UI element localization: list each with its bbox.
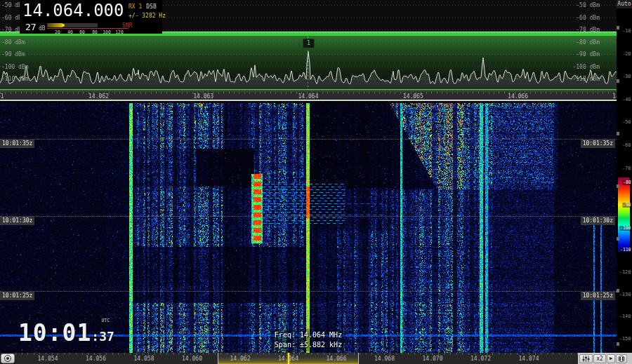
waterfall-display[interactable] xyxy=(0,103,617,353)
spectrum-freq-label: 14.065 xyxy=(403,93,423,100)
level-scale-tick: -90 xyxy=(622,203,631,208)
waterfall-panel: 10:01:35z10:01:35z10:01:30z10:01:30z10:0… xyxy=(0,103,617,353)
panel-edge-mark xyxy=(617,132,619,135)
db-label-right: -100 dBm xyxy=(572,64,600,70)
snr-meter-bar xyxy=(47,23,98,27)
vfo-panel: 14.064.000 RX 1DSB +/- 3282 Hz 27 dB 204… xyxy=(20,0,162,34)
level-tick: -30 xyxy=(622,74,631,79)
snr-meter-dot xyxy=(62,24,65,27)
fullband-freq-label: 14.062 xyxy=(230,356,251,362)
snr-meter-fill xyxy=(47,23,62,27)
fullband-freq-label: 14.072 xyxy=(470,356,491,362)
level-tick: -60 xyxy=(622,142,631,148)
info-span: Span: ±5.882 kHz xyxy=(275,341,342,349)
snr-meter-caption: SNR xyxy=(122,22,132,29)
timestamp-label-left: 10:01:30z xyxy=(0,217,34,225)
waterfall-color-scale[interactable] xyxy=(618,177,630,252)
snr-meter-scale-line xyxy=(47,28,129,29)
spectrum-freq-label: 14.063 xyxy=(193,93,213,100)
spectrum-freq-label: 14.061 xyxy=(0,93,4,100)
meter-scale-number: 20 xyxy=(55,29,60,34)
pause-icon xyxy=(618,356,625,362)
level-tick: -130 xyxy=(619,291,631,297)
auto-range-button[interactable]: Auto xyxy=(617,0,632,8)
sdr-application-window: -50 dBm-60 dBm-70 dBm-80 dBm-90 dBm-100 … xyxy=(0,0,632,364)
utc-clock: UTC 10:01:37 xyxy=(18,319,114,346)
timestamp-label-right: 10:01:30z xyxy=(581,217,615,225)
db-label-right: -90 dBm xyxy=(576,51,600,58)
record-icon xyxy=(4,355,11,362)
level-scale-tick: -110 xyxy=(619,248,631,252)
info-freq: Freq: 14.064 MHz xyxy=(275,331,342,339)
pause-button[interactable] xyxy=(616,354,627,363)
panel-edge-mark xyxy=(617,289,619,292)
mode-label[interactable]: DSB xyxy=(146,4,156,10)
fullband-freq-label: 14.056 xyxy=(86,356,106,362)
clock-seconds: :37 xyxy=(91,329,114,344)
timestamp-gridline xyxy=(0,291,617,292)
fullband-freq-label: 14.054 xyxy=(38,356,58,362)
passband-readout[interactable]: +/- 3282 Hz xyxy=(129,13,166,19)
waterfall-separator xyxy=(0,100,617,101)
snr-meter-value: 27 xyxy=(25,22,37,32)
timestamp-gridline xyxy=(0,216,617,217)
zoom-toolbar: x2 ▶ xyxy=(578,353,632,364)
snr-meter-unit: dB xyxy=(39,25,46,32)
meter-scale-number: 60 xyxy=(79,29,85,34)
timestamp-label-right: 10:01:25z xyxy=(581,292,615,300)
meter-scale-number: 120 xyxy=(115,29,124,34)
level-scale-tick: -100 xyxy=(619,226,631,231)
view-left-edge[interactable] xyxy=(218,353,218,364)
frequency-readout[interactable]: 14.064.000 xyxy=(22,1,124,20)
level-tick: -120 xyxy=(619,269,631,275)
view-right-edge[interactable] xyxy=(358,353,359,364)
db-label-right: -50 dBm xyxy=(576,2,600,8)
tuning-info-overlay: Freq: 14.064 MHz Span: ±5.882 kHz xyxy=(270,329,346,351)
fullband-freq-label: 14.064 xyxy=(278,356,298,362)
panel-edge-mark xyxy=(617,342,619,346)
mixer-icon xyxy=(582,356,590,362)
spectrum-freq-label: 14.064 xyxy=(298,93,319,100)
db-label-left: -110 dBm xyxy=(1,76,29,82)
clock-hours-minutes: 10:01 xyxy=(18,319,91,346)
level-tick: -10 xyxy=(622,28,631,34)
db-label-right: -110 dBm xyxy=(572,76,600,82)
db-label-left: -90 dBm xyxy=(1,51,25,58)
mixer-settings-button[interactable] xyxy=(579,354,593,363)
clock-timezone-label: UTC xyxy=(101,318,110,323)
fullband-scale-bar: 14.05414.05614.05814.06014.06214.06414.0… xyxy=(0,353,632,364)
panel-edge-mark xyxy=(617,184,619,188)
meter-scale-number: 80 xyxy=(92,29,98,34)
fullband-freq-label: 14.066 xyxy=(327,356,347,362)
rx-mode-line: RX 1DSB xyxy=(129,4,157,10)
record-button[interactable] xyxy=(1,353,15,363)
level-tick: -50 xyxy=(622,119,631,125)
meter-scale-number: 100 xyxy=(103,29,111,34)
panel-edge-mark xyxy=(617,237,619,241)
panel-edge-mark xyxy=(617,26,619,29)
panel-edge-mark xyxy=(617,79,619,83)
fullband-freq-label: 14.060 xyxy=(182,356,202,362)
spectrum-freq-label: 14.066 xyxy=(508,93,528,100)
level-tick: -150 xyxy=(619,336,631,342)
fullband-freq-label: 14.074 xyxy=(519,356,539,362)
level-tick: -40 xyxy=(622,96,631,102)
spectrum-freq-label: 14.062 xyxy=(88,93,109,100)
timestamp-label-right: 10:01:35z xyxy=(581,140,615,148)
level-scale-tick: -80 xyxy=(622,180,631,185)
timestamp-label-left: 10:01:35z xyxy=(0,140,34,148)
vfo-band-marker[interactable]: 1 xyxy=(303,39,315,48)
db-label-left: -100 dBm xyxy=(1,64,29,70)
level-tick: -20 xyxy=(622,50,631,56)
db-label-right: -60 dBm xyxy=(576,15,600,21)
level-tick: -70 xyxy=(622,165,631,170)
rx-label: RX 1 xyxy=(129,4,142,10)
db-label-left: -80 dBm xyxy=(1,39,25,46)
fullband-freq-label: 14.070 xyxy=(423,356,443,362)
step-right-button[interactable]: ▶ xyxy=(607,354,615,363)
timestamp-gridline xyxy=(0,139,617,140)
db-label-right: -70 dBm xyxy=(576,27,600,33)
timestamp-label-left: 10:01:25z xyxy=(0,292,34,300)
fullband-frequency-ruler[interactable]: 14.05414.05614.05814.06014.06214.06414.0… xyxy=(15,353,578,364)
zoom-x2-button[interactable]: x2 xyxy=(593,354,606,363)
